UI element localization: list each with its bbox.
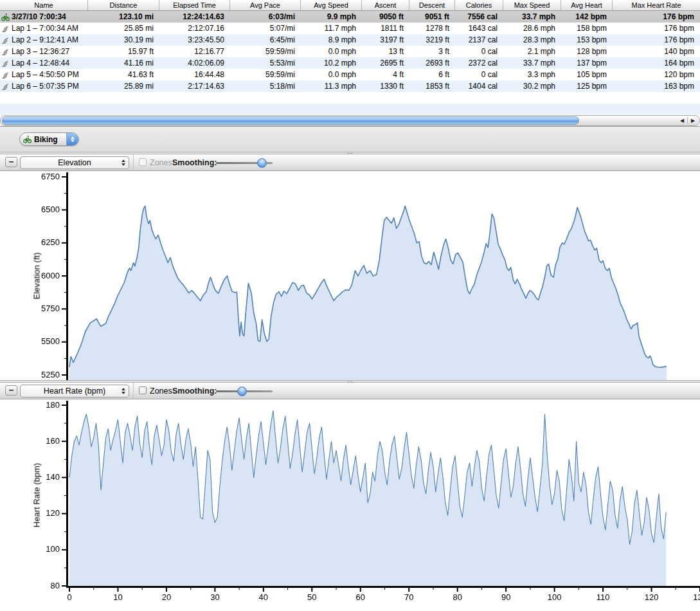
- slider-thumb-icon[interactable]: [257, 158, 267, 168]
- heart-rate-y-axis-label: Heart Rate (bpm): [32, 463, 42, 527]
- lap-table: NameDistanceElapsed TimeAvg PaceAvg Spee…: [0, 0, 700, 114]
- road-icon: [1, 36, 10, 44]
- row-name-cell: Lap 1 – 7:00:34 AM: [0, 24, 88, 33]
- table-row[interactable]: Lap 1 – 7:00:34 AM25.85 mi2:12:07.165:07…: [0, 23, 700, 34]
- row-name-label: Lap 5 – 4:50:50 PM: [12, 70, 79, 79]
- metric-select-elevation[interactable]: Elevation: [20, 156, 129, 169]
- cell-calories: 7556 cal: [455, 12, 503, 21]
- cell-elapsed-time: 2:17:14.63: [159, 82, 230, 91]
- elevation-y-axis-label: Elevation (ft): [32, 253, 42, 300]
- cell-calories: 2137 cal: [455, 35, 503, 44]
- metric-select-label: Elevation: [58, 158, 91, 167]
- road-icon: [1, 24, 10, 33]
- cell-ascent: 13 ft: [362, 47, 409, 56]
- row-name-label: 3/27/10 7:00:34: [12, 12, 66, 21]
- cell-avg-speed: 10.2 mph: [301, 59, 362, 68]
- cell-distance: 15.97 ft: [88, 47, 159, 56]
- smoothing-label: Smoothing:: [172, 387, 217, 396]
- cell-distance: 30.19 mi: [88, 35, 159, 44]
- column-header-name[interactable]: Name: [0, 0, 88, 10]
- cell-max-speed: 33.7 mph: [503, 59, 561, 68]
- column-header-distance[interactable]: Distance: [88, 0, 159, 10]
- cell-calories: 1643 cal: [455, 24, 503, 33]
- table-row[interactable]: Lap 2 – 9:12:41 AM30.19 mi3:23:45.506:45…: [0, 34, 700, 46]
- zones-checkbox[interactable]: [139, 387, 147, 394]
- scrollbar-thumb[interactable]: [2, 116, 579, 125]
- row-name-cell: Lap 2 – 9:12:41 AM: [0, 35, 88, 44]
- column-header-ascent[interactable]: Ascent: [362, 0, 409, 10]
- smoothing-slider[interactable]: [216, 162, 273, 164]
- table-row[interactable]: Lap 3 – 12:36:2715.97 ft12:16.7759:59/mi…: [0, 46, 700, 57]
- cell-ascent: 9050 ft: [362, 12, 409, 21]
- cell-avg-pace: 6:45/mi: [230, 35, 301, 44]
- metric-select-label: Heart Rate (bpm): [44, 387, 106, 396]
- cell-descent: 3 ft: [409, 47, 455, 56]
- heart-rate-chart-canvas: [0, 399, 700, 611]
- zones-checkbox[interactable]: [139, 158, 147, 166]
- cell-max-heart-rate: 120 bpm: [613, 70, 700, 79]
- scroll-right-icon[interactable]: ▶: [688, 116, 698, 125]
- smoothing-slider[interactable]: [216, 390, 273, 392]
- column-header-calories[interactable]: Calories: [455, 0, 503, 10]
- road-icon: [1, 82, 10, 91]
- road-icon: [1, 59, 10, 68]
- cell-avg-speed: 8.9 mph: [301, 35, 362, 44]
- cell-ascent: 2695 ft: [362, 59, 409, 68]
- table-row[interactable]: Lap 4 – 12:48:4441.16 mi4:02:06.095:53/m…: [0, 57, 700, 69]
- cell-avg-speed: 0.0 mph: [301, 70, 362, 79]
- zones-label: Zones: [150, 158, 172, 167]
- heart-rate-panel-header: − Heart Rate (bpm) Zones Smoothing:: [0, 383, 700, 399]
- row-name-label: Lap 3 – 12:36:27: [12, 47, 69, 56]
- table-row[interactable]: Lap 5 – 4:50:50 PM41.63 ft16:44.4859:59/…: [0, 69, 700, 80]
- row-name-cell: Lap 5 – 4:50:50 PM: [0, 70, 88, 79]
- cell-calories: 0 cal: [455, 70, 503, 79]
- cell-max-speed: 2.1 mph: [503, 47, 561, 56]
- column-header-avg-pace[interactable]: Avg Pace: [230, 0, 301, 10]
- scrollbar-arrows: ◀ ▶: [677, 116, 698, 125]
- sport-select[interactable]: Biking: [19, 132, 79, 146]
- collapse-panel-button[interactable]: −: [5, 157, 17, 167]
- cell-max-speed: 28.3 mph: [503, 35, 561, 44]
- cell-descent: 1278 ft: [409, 24, 455, 33]
- table-body: 3/27/10 7:00:34123.10 mi12:24:14.636:03/…: [0, 11, 700, 115]
- header-divider: [133, 383, 134, 399]
- cell-avg-speed: 11.3 mph: [301, 82, 362, 91]
- header-divider: [133, 154, 134, 170]
- cell-ascent: 3197 ft: [362, 35, 409, 44]
- column-header-descent[interactable]: Descent: [409, 0, 455, 10]
- cell-avg-speed: 11.7 mph: [301, 24, 362, 33]
- cell-ascent: 1330 ft: [362, 82, 409, 91]
- metric-select-heart-rate[interactable]: Heart Rate (bpm): [20, 385, 129, 397]
- column-header-max-heart-rate[interactable]: Max Heart Rate: [613, 0, 700, 10]
- column-header-avg-heart[interactable]: Avg Heart: [561, 0, 613, 10]
- row-name-cell: 3/27/10 7:00:34: [0, 12, 88, 21]
- column-header-max-speed[interactable]: Max Speed: [503, 0, 561, 10]
- elevation-panel-header: − Elevation Zones Smoothing:: [0, 154, 700, 171]
- row-name-cell: Lap 4 – 12:48:44: [0, 59, 88, 68]
- table-header-row: NameDistanceElapsed TimeAvg PaceAvg Spee…: [0, 0, 700, 11]
- scrollbar-track[interactable]: ◀ ▶: [0, 115, 700, 126]
- slider-thumb-icon[interactable]: [237, 387, 247, 396]
- column-header-avg-speed[interactable]: Avg Speed: [301, 0, 362, 10]
- cell-avg-pace: 5:53/mi: [230, 59, 301, 68]
- cell-elapsed-time: 3:23:45.50: [159, 35, 230, 44]
- cell-avg-pace: 6:03/mi: [230, 12, 301, 21]
- cell-ascent: 4 ft: [362, 70, 409, 79]
- cell-distance: 123.10 mi: [88, 12, 159, 21]
- road-icon: [1, 71, 10, 79]
- smoothing-label: Smoothing:: [172, 158, 217, 167]
- column-header-elapsed-time[interactable]: Elapsed Time: [159, 0, 230, 10]
- summary-row[interactable]: 3/27/10 7:00:34123.10 mi12:24:14.636:03/…: [0, 11, 700, 23]
- cell-max-speed: 30.2 mph: [503, 82, 561, 91]
- sport-toolbar: Biking: [0, 127, 700, 152]
- horizontal-scrollbar[interactable]: ◀ ▶: [0, 114, 700, 127]
- stepper-arrows-icon: [121, 388, 125, 394]
- table-row[interactable]: Lap 6 – 5:07:35 PM25.89 mi2:17:14.635:18…: [0, 80, 700, 92]
- cell-max-speed: 33.7 mph: [503, 12, 561, 21]
- cell-max-heart-rate: 164 bpm: [613, 59, 700, 68]
- stepper-arrows-icon[interactable]: [66, 133, 78, 145]
- stepper-arrows-icon: [121, 160, 125, 166]
- cell-avg-heart: 142 bpm: [561, 12, 613, 21]
- scroll-left-icon[interactable]: ◀: [677, 116, 687, 125]
- collapse-panel-button[interactable]: −: [5, 385, 17, 396]
